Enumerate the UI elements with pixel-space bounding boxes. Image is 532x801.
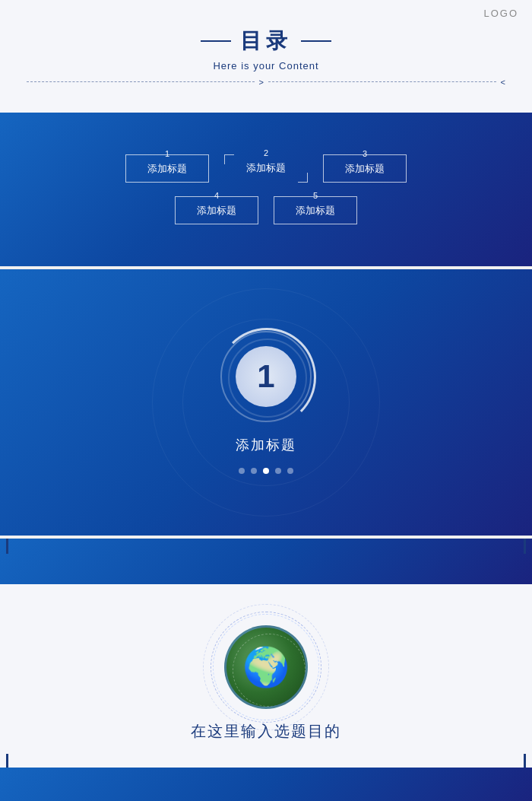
globe-wrapper: 🌍 xyxy=(224,625,308,709)
toc-divider-arrow-right: < xyxy=(501,78,505,87)
toc-item-4-label: 添加标题 xyxy=(197,205,236,216)
section-circle-outer: 1 xyxy=(220,331,312,422)
dot-1 xyxy=(239,468,245,474)
toc-item-2-number: 2 xyxy=(264,148,268,157)
dot-3 xyxy=(263,468,269,474)
logo-text: LOGO xyxy=(483,8,518,19)
corner-bracket-tl xyxy=(6,539,29,554)
globe-icon: 🌍 xyxy=(224,625,308,709)
toc-item-5-label: 添加标题 xyxy=(296,205,335,216)
toc-item-1-label: 添加标题 xyxy=(147,163,187,174)
toc-title-bar-right xyxy=(301,40,331,42)
globe-container: 🌍 在这里输入选题目的 xyxy=(191,625,341,742)
toc-divider-line-left xyxy=(27,81,255,82)
toc-divider: > < xyxy=(27,78,505,87)
toc-title-bar-left xyxy=(201,40,231,42)
toc-item-3[interactable]: 3 添加标题 xyxy=(323,154,407,183)
globe-emoji: 🌍 xyxy=(242,648,290,686)
toc-subtitle: Here is your Content xyxy=(213,60,318,72)
toc-row-1: 1 添加标题 2 添加标题 3 添加标题 xyxy=(125,154,407,183)
toc-item-5[interactable]: 5 添加标题 xyxy=(274,196,357,224)
toc-divider-line-right xyxy=(268,81,496,82)
slide-3-globe: 🌍 在这里输入选题目的 xyxy=(0,539,532,801)
toc-item-1-number: 1 xyxy=(165,149,169,158)
section-title: 添加标题 xyxy=(236,436,296,454)
toc-item-3-number: 3 xyxy=(363,149,367,158)
slide-3-top-bar xyxy=(0,539,532,584)
toc-title-text: 目录 xyxy=(240,27,292,56)
toc-divider-arrow-left: > xyxy=(259,78,264,87)
dot-2 xyxy=(251,468,257,474)
slide-1-toc: LOGO 目录 Here is your Content > < 1 添加标题 … xyxy=(0,0,532,266)
slide-3-bottom-bar xyxy=(0,768,532,801)
toc-item-4-number: 4 xyxy=(214,191,219,200)
slide-2-section: 1 添加标题 xyxy=(0,269,532,536)
toc-item-3-label: 添加标题 xyxy=(345,163,385,174)
toc-title-container: 目录 xyxy=(201,27,331,56)
toc-item-2[interactable]: 2 添加标题 xyxy=(224,154,308,183)
dots-indicator xyxy=(239,468,293,474)
toc-item-4[interactable]: 4 添加标题 xyxy=(175,196,258,224)
toc-item-2-label: 添加标题 xyxy=(246,162,286,173)
toc-item-5-number: 5 xyxy=(313,191,318,200)
section-number: 1 xyxy=(236,346,296,407)
corner-bracket-tr xyxy=(503,539,526,554)
slide-1-header: LOGO 目录 Here is your Content > < xyxy=(0,0,532,113)
dot-4 xyxy=(275,468,281,474)
slide-1-body: 1 添加标题 2 添加标题 3 添加标题 4 添加标题 5 添加标题 xyxy=(0,113,532,266)
slide-3-caption: 在这里输入选题目的 xyxy=(191,721,341,742)
toc-row-2: 4 添加标题 5 添加标题 xyxy=(175,196,357,224)
dot-5 xyxy=(287,468,293,474)
toc-item-1[interactable]: 1 添加标题 xyxy=(125,154,209,183)
